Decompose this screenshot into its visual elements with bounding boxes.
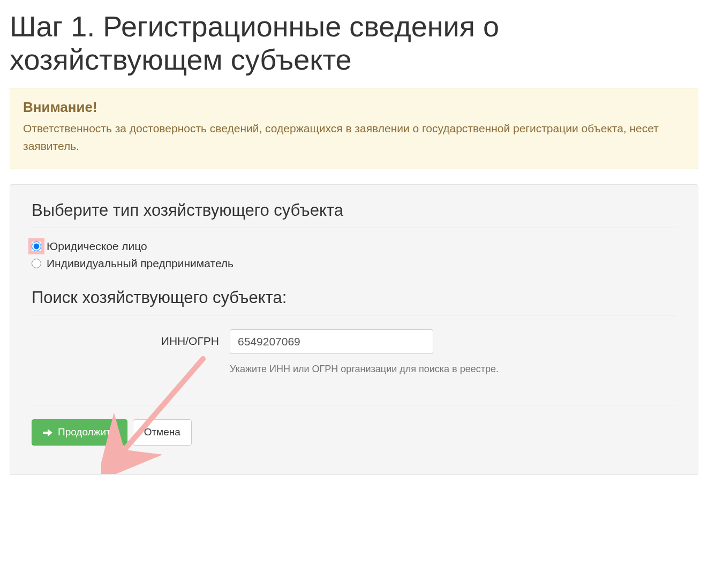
radio-option-individual[interactable]: Индивидуальный предприниматель (32, 257, 676, 270)
alert-heading: Внимание! (23, 99, 685, 116)
inn-input[interactable] (230, 329, 433, 354)
arrow-right-icon (43, 429, 52, 436)
continue-button-label: Продолжить (58, 425, 116, 440)
form-panel: Выберите тип хозяйствующего субъекта Юри… (10, 184, 698, 475)
continue-button[interactable]: Продолжить (32, 419, 127, 446)
alert-body: Ответственность за достоверность сведени… (23, 120, 685, 155)
page-title: Шаг 1. Регистрационные сведения о хозяйс… (10, 10, 698, 76)
cancel-button-label: Отмена (144, 425, 180, 440)
cancel-button[interactable]: Отмена (133, 419, 192, 446)
inn-form-row: ИНН/ОГРН Укажите ИНН или ОГРН организаци… (32, 329, 676, 375)
radio-input-legal-entity[interactable] (32, 242, 41, 251)
radio-label: Индивидуальный предприниматель (47, 257, 234, 270)
inn-field-wrap: Укажите ИНН или ОГРН организации для пои… (230, 329, 676, 375)
inn-help-text: Укажите ИНН или ОГРН организации для пои… (230, 364, 676, 375)
inn-label: ИНН/ОГРН (32, 329, 219, 348)
radio-option-legal-entity[interactable]: Юридическое лицо (32, 240, 676, 253)
search-heading: Поиск хозяйствующего субъекта: (32, 288, 676, 315)
entity-type-heading: Выберите тип хозяйствующего субъекта (32, 201, 676, 228)
radio-input-individual[interactable] (32, 259, 41, 268)
radio-label: Юридическое лицо (47, 240, 147, 253)
entity-type-radio-group: Юридическое лицо Индивидуальный предприн… (32, 240, 676, 270)
form-actions: Продолжить Отмена (32, 419, 676, 446)
divider (32, 405, 676, 405)
warning-alert: Внимание! Ответственность за достовернос… (10, 88, 698, 169)
